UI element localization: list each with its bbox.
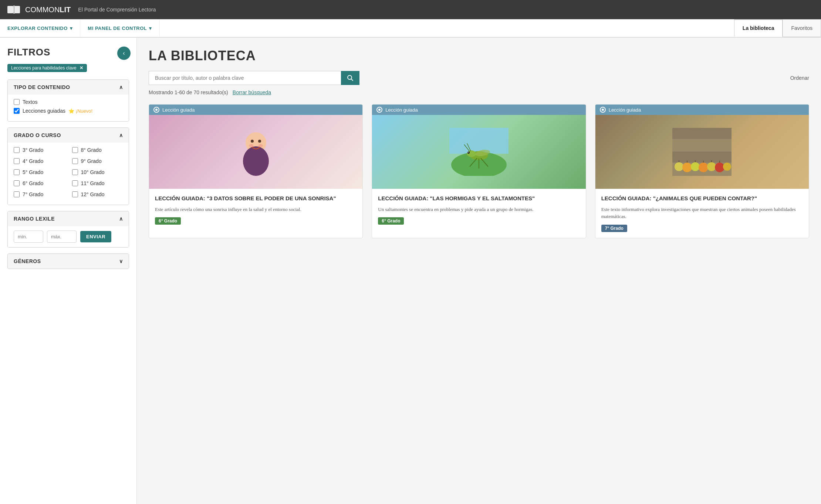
- filter-textos[interactable]: Textos: [14, 99, 123, 105]
- tab-favoritos[interactable]: Favoritos: [783, 19, 821, 37]
- collapse-sidebar-button[interactable]: ‹: [117, 47, 131, 60]
- card-grade-sonrisa: 6° Grado: [155, 217, 181, 225]
- filter-10-grado[interactable]: 10° Grado: [72, 169, 123, 175]
- logo-text: COMMONLIT: [25, 6, 71, 14]
- content-tabs: La biblioteca Favoritos: [734, 19, 821, 37]
- card-body-hormigas: LECCIÓN GUIADA: "LAS HORMIGAS Y EL SALTA…: [372, 189, 585, 231]
- filters-sidebar: FILTROS ‹ Lecciones para habilidades cla…: [0, 38, 137, 504]
- svg-point-9: [258, 140, 261, 143]
- card-label-bar-2: Lección guiada: [372, 105, 585, 115]
- active-filter-tag: Lecciones para habilidades clave ✕: [7, 64, 87, 72]
- svg-point-15: [467, 150, 476, 157]
- page-title: LA BIBLIOTECA: [149, 48, 809, 64]
- results-count: Mostrando 1-60 de 70 resultado(s): [149, 89, 228, 95]
- card-body-sonrisa: LECCIÓN GUIADA: "3 DATOS SOBRE EL PODER …: [149, 189, 362, 231]
- checkbox-textos[interactable]: [14, 99, 20, 105]
- filter-header-tipo[interactable]: TIPO DE CONTENIDO ∧: [8, 80, 129, 95]
- filter-9-grado[interactable]: 9° Grado: [72, 158, 123, 164]
- filter-header-lexile[interactable]: RANGO LEXILE ∧: [8, 211, 129, 226]
- svg-rect-27: [672, 151, 732, 163]
- grade-grid: 3° Grado 8° Grado 4° Grado 9° Grado 5° G…: [14, 147, 123, 200]
- search-icon: [347, 75, 354, 81]
- filter-header-grado[interactable]: GRADO O CURSO ∧: [8, 128, 129, 143]
- checkbox-lecciones-guiadas[interactable]: [14, 108, 20, 114]
- main-layout: FILTROS ‹ Lecciones para habilidades cla…: [0, 38, 821, 504]
- lexile-submit-button[interactable]: ENVIAR: [80, 231, 111, 242]
- filter-body-tipo: Textos Lecciones guiadas ⭐ ¡Nuevo!: [8, 95, 129, 121]
- svg-point-7: [243, 146, 269, 176]
- filter-header-generos[interactable]: GÉNEROS ∨: [8, 254, 129, 269]
- svg-point-29: [675, 162, 683, 171]
- filter-8-grado[interactable]: 8° Grado: [72, 147, 123, 153]
- card-animales[interactable]: Lección guiada: [595, 104, 809, 238]
- logo-tagline: El Portal de Comprensión Lectora: [78, 7, 156, 13]
- search-button[interactable]: [341, 71, 359, 85]
- svg-point-35: [723, 163, 731, 171]
- card-label-text-2: Lección guiada: [385, 107, 418, 113]
- second-navigation: EXPLORAR CONTENIDO ▾ MI PANEL DE CONTROL…: [0, 19, 821, 38]
- baby-illustration: [234, 128, 278, 176]
- grasshopper-illustration: [449, 128, 509, 176]
- card-desc-animales: Este texto informativo explora investiga…: [601, 206, 803, 220]
- tab-biblioteca[interactable]: La biblioteca: [734, 19, 783, 37]
- explore-content-button[interactable]: EXPLORAR CONTENIDO ▾: [0, 19, 80, 37]
- logo-book-icon: [7, 4, 21, 15]
- svg-point-22: [468, 152, 469, 153]
- svg-rect-26: [672, 140, 732, 151]
- svg-rect-12: [449, 128, 509, 154]
- card-hormigas[interactable]: Lección guiada: [372, 104, 586, 238]
- card-title-hormigas: LECCIÓN GUIADA: "LAS HORMIGAS Y EL SALTA…: [378, 195, 580, 202]
- filter-section-generos: GÉNEROS ∨: [7, 253, 129, 269]
- card-image-baby: [149, 115, 362, 189]
- search-input[interactable]: [149, 71, 341, 85]
- card-desc-hormigas: Un saltamontes se encuentra en problemas…: [378, 206, 580, 213]
- top-navigation: COMMONLIT El Portal de Comprensión Lecto…: [0, 0, 821, 19]
- results-row: Mostrando 1-60 de 70 resultado(s) Borrar…: [149, 89, 809, 95]
- card-body-animales: LECCIÓN GUIADA: "¿ANIMALES QUE PUEDEN CO…: [595, 189, 809, 238]
- card-label-bar-3: Lección guiada: [595, 105, 809, 115]
- my-panel-button[interactable]: MI PANEL DE CONTROL ▾: [80, 19, 159, 37]
- card-label-bar-1: Lección guiada: [149, 105, 362, 115]
- filter-section-tipo: TIPO DE CONTENIDO ∧ Textos Lecciones gui…: [7, 79, 129, 122]
- svg-point-8: [251, 140, 254, 143]
- sort-label: Ordenar: [790, 75, 809, 81]
- filter-12-grado[interactable]: 12° Grado: [72, 191, 123, 197]
- filter-4-grado[interactable]: 4° Grado: [14, 158, 65, 164]
- filters-title: FILTROS: [7, 47, 129, 58]
- filter-11-grado[interactable]: 11° Grado: [72, 180, 123, 186]
- filter-lecciones-guiadas[interactable]: Lecciones guiadas ⭐ ¡Nuevo!: [14, 108, 123, 114]
- svg-rect-25: [672, 128, 732, 139]
- filter-7-grado[interactable]: 7° Grado: [14, 191, 65, 197]
- card-label-text-1: Lección guiada: [162, 107, 195, 113]
- svg-point-34: [715, 163, 724, 172]
- clear-search-link[interactable]: Borrar búsqueda: [233, 89, 271, 95]
- card-image-apples: [595, 115, 809, 189]
- card-sonrisa[interactable]: Lección guiada LECCIÓN GUIAD: [149, 104, 363, 238]
- svg-point-21: [467, 151, 470, 154]
- apples-illustration: [672, 128, 732, 176]
- lexile-min-input[interactable]: [14, 231, 43, 243]
- filter-5-grado[interactable]: 5° Grado: [14, 169, 65, 175]
- lexile-inputs: ENVIAR: [14, 231, 123, 243]
- card-desc-sonrisa: Este artículo revela cómo una sonrisa in…: [155, 206, 357, 213]
- filter-3-grado[interactable]: 3° Grado: [14, 147, 65, 153]
- search-row: Ordenar: [149, 71, 809, 85]
- logo-area: COMMONLIT El Portal de Comprensión Lecto…: [7, 4, 156, 15]
- guided-lesson-icon-1: [153, 107, 159, 113]
- new-badge: ⭐ ¡Nuevo!: [68, 108, 92, 114]
- svg-line-5: [351, 79, 353, 81]
- guided-lesson-icon-2: [376, 107, 382, 113]
- cards-grid: Lección guiada LECCIÓN GUIAD: [149, 104, 809, 238]
- lexile-max-input[interactable]: [47, 231, 77, 243]
- svg-point-32: [699, 163, 708, 172]
- card-label-text-3: Lección guiada: [609, 107, 641, 113]
- filter-body-grado: 3° Grado 8° Grado 4° Grado 9° Grado 5° G…: [8, 143, 129, 205]
- filter-body-lexile: ENVIAR: [8, 226, 129, 247]
- card-title-sonrisa: LECCIÓN GUIADA: "3 DATOS SOBRE EL PODER …: [155, 195, 357, 202]
- remove-filter-button[interactable]: ✕: [80, 65, 83, 71]
- filter-section-lexile: RANGO LEXILE ∧ ENVIAR: [7, 211, 129, 248]
- svg-rect-0: [7, 6, 13, 13]
- content-area: LA BIBLIOTECA Ordenar Mostrando 1-60 de …: [137, 38, 821, 504]
- svg-rect-1: [14, 6, 20, 13]
- filter-6-grado[interactable]: 6° Grado: [14, 180, 65, 186]
